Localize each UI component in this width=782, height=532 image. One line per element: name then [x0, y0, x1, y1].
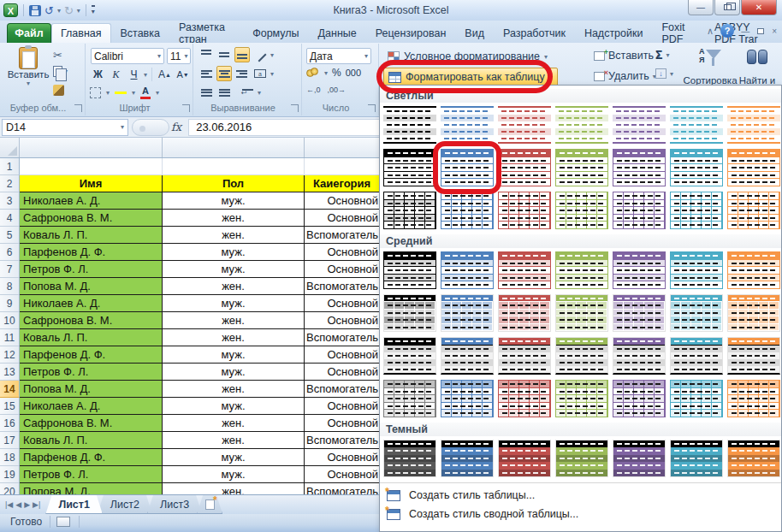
- cell[interactable]: муж.: [163, 449, 305, 466]
- cell[interactable]: Парфенов Д. Ф.: [20, 449, 163, 466]
- workbook-window-buttons[interactable]: —×: [741, 27, 777, 36]
- table-style-thumbnail[interactable]: [670, 106, 723, 144]
- shrink-font-button[interactable]: А▼: [175, 67, 191, 82]
- borders-icon[interactable]: [90, 87, 101, 98]
- cell[interactable]: Вспомогатель: [305, 329, 380, 346]
- cell[interactable]: жен.: [163, 210, 305, 227]
- cell[interactable]: Вспомогатель: [305, 483, 380, 494]
- align-bottom-button[interactable]: [234, 47, 250, 62]
- table-style-thumbnail[interactable]: [498, 192, 551, 229]
- table-style-thumbnail[interactable]: [613, 380, 666, 417]
- cell[interactable]: муж.: [163, 192, 305, 210]
- row-header[interactable]: 7: [0, 261, 20, 278]
- cell[interactable]: Основной: [305, 398, 380, 415]
- gallery-menu-item[interactable]: Создать стиль сводной таблицы...: [380, 505, 781, 523]
- table-style-thumbnail[interactable]: [383, 380, 436, 417]
- table-style-thumbnail[interactable]: [555, 337, 608, 375]
- table-style-thumbnail[interactable]: [670, 149, 723, 186]
- undo-icon[interactable]: ↺: [44, 5, 54, 16]
- cell[interactable]: Парфенов Д. Ф.: [20, 244, 163, 261]
- align-left-button[interactable]: [198, 66, 214, 81]
- cell[interactable]: Николаев А. Д.: [20, 295, 163, 312]
- cell[interactable]: Основной: [305, 295, 380, 312]
- currency-icon[interactable]: [306, 68, 320, 78]
- ribbon-tab[interactable]: Вид: [455, 23, 494, 43]
- ribbon-tab[interactable]: Главная: [51, 23, 111, 43]
- sheet-tab[interactable]: Лист1: [45, 495, 102, 514]
- dialog-launcher-icon[interactable]: [182, 104, 190, 112]
- table-style-thumbnail[interactable]: [613, 337, 666, 375]
- cell[interactable]: Каиегория: [305, 175, 380, 192]
- find-select-button[interactable]: Найти и: [736, 48, 779, 86]
- excel-logo-icon[interactable]: X: [3, 3, 18, 17]
- cell[interactable]: жен.: [163, 432, 305, 449]
- table-style-thumbnail[interactable]: [670, 251, 723, 289]
- increase-decimal-button[interactable]: ←,0: [306, 86, 321, 94]
- table-style-thumbnail[interactable]: [555, 294, 608, 332]
- table-style-thumbnail[interactable]: [727, 106, 780, 144]
- column-header-c[interactable]: [305, 138, 380, 157]
- insert-worksheet-button[interactable]: [197, 495, 222, 514]
- cell[interactable]: муж.: [163, 398, 305, 415]
- ribbon-tab[interactable]: Надстройки: [575, 23, 653, 43]
- align-top-button[interactable]: [198, 47, 214, 62]
- workbook-restore-icon[interactable]: [757, 28, 764, 34]
- cell[interactable]: Сафронова В. М.: [20, 415, 163, 432]
- tab-file[interactable]: Файл: [7, 23, 51, 43]
- insert-cells-button[interactable]: +Вставить▾: [594, 50, 661, 62]
- column-header-a[interactable]: [20, 138, 163, 157]
- cell[interactable]: Коваль Л. П.: [20, 329, 163, 346]
- table-style-thumbnail[interactable]: [670, 192, 723, 229]
- row-header[interactable]: 12: [0, 346, 20, 364]
- table-style-thumbnail[interactable]: [498, 294, 551, 332]
- cell[interactable]: Попова М. Д.: [20, 381, 163, 398]
- cell[interactable]: жен.: [163, 312, 305, 329]
- last-sheet-icon[interactable]: ▶|: [33, 500, 40, 509]
- orientation-button[interactable]: [252, 47, 268, 62]
- cell[interactable]: [305, 158, 380, 175]
- save-icon[interactable]: [29, 5, 41, 16]
- cell[interactable]: Основной: [305, 364, 380, 381]
- table-style-thumbnail[interactable]: [383, 337, 436, 375]
- fill-color-button[interactable]: [115, 91, 127, 94]
- help-icon[interactable]: ?: [720, 24, 734, 38]
- align-middle-button[interactable]: [216, 47, 232, 62]
- ribbon-tab[interactable]: Данные: [309, 23, 366, 43]
- table-style-thumbnail[interactable]: [441, 149, 494, 186]
- table-style-thumbnail[interactable]: [383, 192, 436, 229]
- table-style-thumbnail[interactable]: [727, 149, 780, 186]
- customize-qat-icon[interactable]: ▾: [92, 5, 95, 15]
- collapse-ribbon-icon[interactable]: ∧: [707, 26, 714, 37]
- conditional-formatting-button[interactable]: Условное форматирование▾: [383, 47, 552, 66]
- cell[interactable]: Пол: [163, 175, 305, 192]
- select-all-corner[interactable]: [0, 138, 20, 157]
- insert-function-icon[interactable]: fx: [171, 121, 181, 133]
- align-right-button[interactable]: [234, 66, 250, 81]
- table-style-thumbnail[interactable]: [555, 251, 608, 289]
- table-style-thumbnail[interactable]: [441, 337, 494, 375]
- table-style-thumbnail[interactable]: [555, 192, 608, 229]
- row-header[interactable]: 17: [0, 432, 20, 449]
- cell[interactable]: Основной: [305, 244, 380, 261]
- cell[interactable]: Вспомогатель: [305, 432, 380, 449]
- row-header[interactable]: 10: [0, 312, 20, 329]
- delete-cells-button[interactable]: ×Удалить▾: [594, 70, 656, 82]
- cell[interactable]: Николаев А. Д.: [20, 192, 163, 210]
- wrap-text-button[interactable]: ↩: [240, 85, 255, 100]
- ribbon-tab[interactable]: Вставка: [111, 23, 169, 43]
- table-style-thumbnail[interactable]: [727, 380, 780, 417]
- cell[interactable]: Основной: [305, 415, 380, 432]
- cell[interactable]: жен.: [163, 415, 305, 432]
- table-style-thumbnail[interactable]: [670, 294, 723, 332]
- table-style-thumbnail[interactable]: [383, 149, 436, 186]
- table-style-thumbnail[interactable]: [555, 149, 608, 186]
- cell[interactable]: жен.: [163, 227, 305, 244]
- cell[interactable]: жен.: [163, 381, 305, 398]
- cell[interactable]: Имя: [20, 175, 163, 192]
- row-header[interactable]: 1: [0, 158, 20, 175]
- merge-center-button[interactable]: a: [252, 66, 268, 81]
- row-header[interactable]: 9: [0, 295, 20, 312]
- fill-button[interactable]: ↓▾: [655, 68, 673, 79]
- ribbon-tab[interactable]: Разметка стран: [169, 23, 243, 43]
- underline-dropdown-icon[interactable]: ▾: [144, 71, 147, 79]
